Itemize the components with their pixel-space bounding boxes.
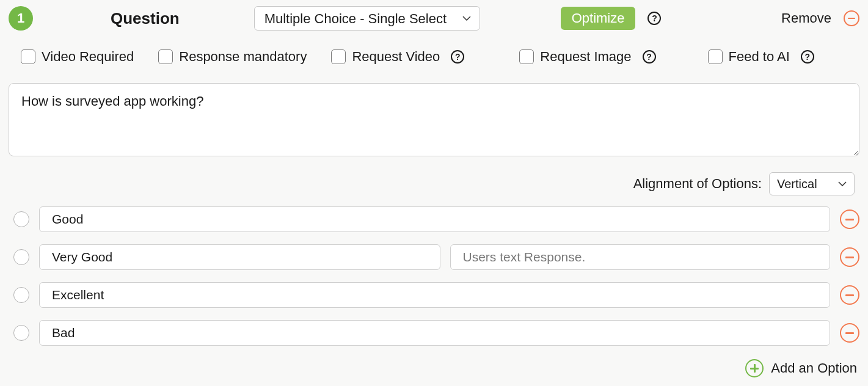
options-list: [9, 206, 859, 346]
response-mandatory-check: Response mandatory: [158, 49, 307, 65]
checkbox[interactable]: [158, 49, 173, 64]
checkbox[interactable]: [21, 49, 35, 64]
request-image-check: Request Image ?: [519, 49, 655, 65]
remove-question-link[interactable]: Remove: [781, 10, 831, 26]
checkbox[interactable]: [519, 49, 534, 64]
plus-circle-icon: [745, 359, 764, 377]
question-text-input[interactable]: [9, 83, 859, 156]
checkbox-label: Video Required: [42, 49, 134, 65]
option-row: [9, 320, 859, 346]
checkbox[interactable]: [331, 49, 346, 64]
alignment-select[interactable]: Vertical: [769, 172, 855, 195]
radio-icon[interactable]: [13, 287, 29, 303]
help-icon[interactable]: ?: [451, 50, 464, 64]
radio-icon[interactable]: [13, 249, 29, 265]
add-option-button[interactable]: Add an Option: [9, 359, 857, 377]
option-row: [9, 244, 859, 270]
minus-circle-icon[interactable]: [844, 10, 859, 26]
option-response-input[interactable]: [450, 244, 831, 270]
checkbox-label: Response mandatory: [179, 49, 307, 65]
alignment-label: Alignment of Options:: [633, 176, 762, 192]
help-icon[interactable]: ?: [647, 12, 661, 25]
help-icon[interactable]: ?: [643, 50, 656, 64]
remove-option-icon[interactable]: [840, 209, 859, 229]
checkbox-label: Request Video: [352, 49, 440, 65]
question-number-badge: 1: [9, 6, 33, 31]
optimize-button[interactable]: Optimize: [561, 7, 636, 30]
radio-icon[interactable]: [13, 211, 29, 227]
option-text-input[interactable]: [39, 206, 830, 232]
help-icon[interactable]: ?: [801, 50, 814, 64]
remove-option-icon[interactable]: [840, 247, 859, 267]
checkbox-label: Feed to AI: [729, 49, 790, 65]
option-text-input[interactable]: [39, 320, 830, 346]
question-header: 1 Question Multiple Choice - Single Sele…: [9, 6, 859, 31]
question-type-select[interactable]: Multiple Choice - Single Select: [254, 6, 480, 31]
add-option-label: Add an Option: [771, 360, 857, 376]
radio-icon[interactable]: [13, 325, 29, 341]
checkbox[interactable]: [708, 49, 723, 64]
checkbox-label: Request Image: [540, 49, 631, 65]
remove-option-icon[interactable]: [840, 285, 859, 305]
option-row: [9, 206, 859, 232]
question-flags-row: Video Required Response mandatory Reques…: [9, 49, 859, 65]
option-row: [9, 282, 859, 308]
question-block: 1 Question Multiple Choice - Single Sele…: [0, 0, 868, 384]
video-required-check: Video Required: [21, 49, 134, 65]
remove-option-icon[interactable]: [840, 323, 859, 343]
option-text-input[interactable]: [39, 282, 830, 308]
alignment-row: Alignment of Options: Vertical: [9, 172, 855, 195]
request-video-check: Request Video ?: [331, 49, 464, 65]
option-text-input[interactable]: [39, 244, 440, 270]
feed-to-ai-check: Feed to AI ?: [708, 49, 814, 65]
question-heading: Question: [111, 9, 180, 28]
